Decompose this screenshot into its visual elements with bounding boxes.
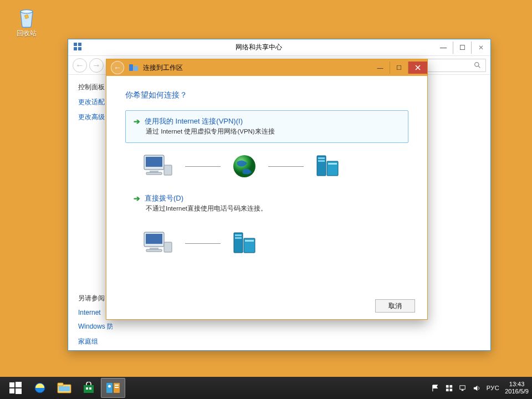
svg-rect-30 — [9, 388, 14, 393]
nav-forward-button[interactable]: → — [89, 58, 104, 73]
wizard-minimize-button[interactable]: — — [371, 62, 390, 74]
wizard-back-button[interactable]: ← — [111, 61, 124, 74]
sidebar-homegroup[interactable]: 家庭组 — [78, 337, 112, 346]
svg-rect-17 — [328, 163, 337, 165]
option-dial[interactable]: ➔ 直接拨号(D) 不通过Internet直接使用电话号码来连接。 — [125, 187, 408, 220]
vpn-illustration — [125, 147, 408, 187]
wizard-title: 连接到工作区 — [143, 63, 371, 73]
wizard-close-button[interactable] — [408, 62, 427, 74]
recycle-bin-icon — [14, 4, 39, 29]
svg-rect-19 — [146, 234, 162, 244]
wizard-title-icon — [129, 63, 139, 73]
svg-rect-8 — [146, 157, 162, 167]
svg-rect-46 — [449, 385, 452, 387]
svg-point-12 — [233, 155, 255, 177]
wizard-maximize-button[interactable]: ☐ — [390, 62, 408, 74]
bg-maximize-button[interactable]: ☐ — [453, 42, 472, 54]
network-tray-icon[interactable] — [459, 384, 467, 392]
svg-rect-31 — [16, 388, 22, 394]
clock-date: 2016/5/9 — [505, 388, 529, 395]
svg-rect-15 — [318, 160, 325, 162]
option-vpn-desc: 通过 Internet 使用虚拟专用网络(VPN)来连接 — [146, 127, 400, 136]
wizard-heading: 你希望如何连接？ — [125, 90, 408, 100]
taskbar-control-panel[interactable] — [101, 378, 125, 398]
sidebar-windows[interactable]: Windows 防火墙 — [78, 322, 112, 331]
svg-rect-29 — [16, 382, 22, 387]
svg-rect-24 — [235, 234, 242, 236]
svg-rect-3 — [129, 64, 133, 71]
desktop-recycle-bin[interactable]: 回收站 — [10, 4, 43, 38]
connect-to-workplace-wizard: ← 连接到工作区 — ☐ 你希望如何连接？ ➔ 使用我的 Internet 连接… — [106, 59, 428, 320]
svg-rect-39 — [89, 387, 91, 390]
svg-rect-43 — [115, 385, 119, 386]
bg-window-titlebar[interactable]: 网络和共享中心 — ☐ ✕ — [68, 39, 490, 56]
computer-icon — [142, 153, 174, 180]
svg-rect-14 — [318, 157, 325, 159]
arrow-right-icon: ➔ — [134, 117, 140, 126]
svg-rect-35 — [58, 383, 63, 386]
taskbar-ie[interactable] — [28, 378, 52, 398]
svg-rect-22 — [164, 242, 172, 252]
svg-line-2 — [478, 66, 480, 68]
svg-rect-38 — [86, 387, 88, 390]
taskbar[interactable]: РУС 13:43 2016/5/9 — [0, 377, 532, 399]
taskbar-store[interactable] — [76, 378, 101, 398]
svg-rect-28 — [9, 382, 14, 387]
svg-rect-10 — [146, 172, 162, 175]
wizard-footer: 取消 — [106, 293, 427, 319]
svg-rect-11 — [164, 165, 172, 175]
svg-rect-50 — [461, 390, 463, 391]
volume-icon[interactable] — [473, 384, 481, 392]
svg-rect-49 — [460, 385, 465, 389]
svg-rect-25 — [235, 237, 242, 239]
clock-time: 13:43 — [505, 381, 529, 388]
wizard-titlebar[interactable]: ← 连接到工作区 — ☐ — [106, 59, 427, 76]
svg-rect-36 — [59, 386, 70, 391]
tray-app-icon[interactable] — [445, 384, 453, 392]
language-indicator[interactable]: РУС — [487, 385, 500, 391]
svg-point-42 — [108, 385, 111, 388]
option-dial-desc: 不通过Internet直接使用电话号码来连接。 — [146, 204, 400, 213]
nav-back-button[interactable]: ← — [73, 58, 87, 73]
dial-illustration — [125, 224, 408, 264]
option-vpn[interactable]: ➔ 使用我的 Internet 连接(VPN)(I) 通过 Internet 使… — [125, 110, 408, 143]
svg-point-0 — [21, 10, 33, 13]
start-button[interactable] — [3, 378, 28, 398]
option-vpn-title: 使用我的 Internet 连接(VPN)(I) — [145, 116, 243, 126]
recycle-bin-label: 回收站 — [10, 29, 43, 38]
server-icon — [232, 231, 259, 256]
system-tray[interactable]: РУС 13:43 2016/5/9 — [431, 381, 529, 395]
svg-rect-27 — [245, 240, 254, 242]
control-panel-icon — [74, 43, 84, 53]
arrow-right-icon: ➔ — [134, 194, 140, 203]
server-icon — [315, 154, 342, 179]
bg-close-button[interactable]: ✕ — [472, 42, 490, 54]
svg-point-1 — [475, 63, 479, 66]
option-dial-title: 直接拨号(D) — [145, 193, 183, 203]
computer-icon — [142, 230, 174, 257]
taskbar-clock[interactable]: 13:43 2016/5/9 — [505, 381, 529, 395]
svg-rect-47 — [446, 388, 449, 391]
svg-rect-21 — [146, 249, 162, 252]
cancel-button[interactable]: 取消 — [375, 299, 415, 313]
flag-icon[interactable] — [431, 384, 439, 392]
svg-rect-37 — [84, 385, 94, 393]
bg-minimize-button[interactable]: — — [434, 42, 453, 54]
taskbar-explorer[interactable] — [52, 378, 76, 398]
search-icon — [474, 62, 481, 69]
svg-rect-44 — [115, 387, 119, 388]
globe-icon — [232, 154, 257, 179]
svg-rect-40 — [106, 383, 112, 393]
svg-rect-45 — [446, 385, 449, 387]
svg-rect-48 — [449, 388, 452, 391]
svg-rect-4 — [134, 66, 138, 71]
bg-window-title: 网络和共享中心 — [84, 43, 434, 52]
